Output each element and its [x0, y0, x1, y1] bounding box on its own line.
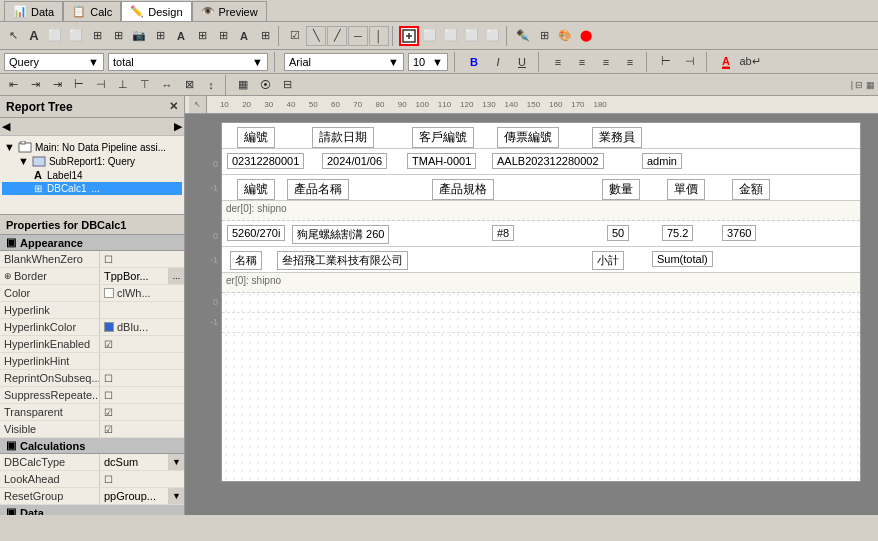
field-prod-code[interactable]: 5260/270i [227, 225, 285, 241]
same-size-btn[interactable]: ↕ [201, 75, 221, 95]
text-tool-btn[interactable]: A [24, 26, 44, 46]
field-chuanpiao[interactable]: 傳票編號 [497, 127, 559, 148]
indent-btn[interactable]: ⊢ [656, 52, 676, 72]
line4-tool-btn[interactable]: │ [369, 26, 389, 46]
prop-suppress-val[interactable]: ☐ [104, 390, 113, 401]
prop-trans-val[interactable]: ☑ [104, 407, 113, 418]
table2-tool-btn[interactable]: ⊞ [108, 26, 128, 46]
align-top-btn[interactable]: ⇤ [3, 75, 23, 95]
tree-nav-left[interactable]: ◀ [2, 120, 10, 133]
outdent-btn[interactable]: ⊣ [680, 52, 700, 72]
align-hleft-btn[interactable]: ⊢ [69, 75, 89, 95]
snap-btn[interactable]: ⦿ [255, 75, 275, 95]
pen-tool-btn[interactable]: ✒️ [513, 26, 533, 46]
same-w-btn[interactable]: ↔ [157, 75, 177, 95]
field-date[interactable]: 2024/01/06 [322, 153, 387, 169]
line3-tool-btn[interactable]: ─ [348, 26, 368, 46]
line-tool-btn[interactable]: ╲ [306, 26, 326, 46]
align-right-btn[interactable]: ≡ [596, 52, 616, 72]
section-data[interactable]: ▣ Data [0, 505, 184, 515]
grid-tool-btn[interactable]: ⊞ [150, 26, 170, 46]
field-qty[interactable]: 50 [607, 225, 629, 241]
table-tool-btn[interactable]: ⊞ [87, 26, 107, 46]
field-chanpin[interactable]: 產品名稱 [287, 179, 349, 200]
field-biaohao[interactable]: 編號 [237, 127, 275, 148]
field-order-num[interactable]: 02312280001 [227, 153, 304, 169]
color-tool-btn[interactable]: 🎨 [555, 26, 575, 46]
field-qingkuan[interactable]: 請款日期 [312, 127, 374, 148]
field-danjia[interactable]: 單價 [667, 179, 705, 200]
align-hcenter-btn[interactable]: ⊣ [91, 75, 111, 95]
field-yewuyuan[interactable]: 業務員 [592, 127, 642, 148]
prop-bwz-val[interactable]: ☐ [104, 254, 113, 265]
field-company[interactable]: 叄招飛工業科技有限公司 [277, 251, 408, 270]
italic-btn[interactable]: I [488, 52, 508, 72]
report-tree-close[interactable]: ✕ [169, 100, 178, 113]
prop-hlenabled-val[interactable]: ☑ [104, 339, 113, 350]
rect-tool-btn[interactable]: ⬜ [45, 26, 65, 46]
align-left-btn[interactable]: ≡ [548, 52, 568, 72]
field-shuliang[interactable]: 數量 [602, 179, 640, 200]
active-tool-btn[interactable] [399, 26, 419, 46]
layout2-tool-btn[interactable]: ⬜ [441, 26, 461, 46]
text-color-btn[interactable]: A [716, 52, 736, 72]
wrap-btn[interactable]: ab↵ [740, 52, 760, 72]
field-guige[interactable]: 產品規格 [432, 179, 494, 200]
prop-resetgroup-btn[interactable]: ▼ [168, 488, 184, 504]
tree-item-subreport[interactable]: ▼ SubReport1: Query [2, 154, 182, 168]
dist-h-btn[interactable]: ⊥ [113, 75, 133, 95]
arrow-tool-btn[interactable]: ↖ [3, 26, 23, 46]
line2-tool-btn[interactable]: ╱ [327, 26, 347, 46]
align-vcenter-btn[interactable]: ⇥ [25, 75, 45, 95]
underline-btn[interactable]: U [512, 52, 532, 72]
field-invoice[interactable]: AALB202312280002 [492, 153, 604, 169]
tree-item-dbcalc1[interactable]: ⊞ DBCalc1 ... [2, 182, 182, 195]
total-dropdown[interactable]: total ▼ [108, 53, 268, 71]
label-tool-btn[interactable]: A [234, 26, 254, 46]
layout-tool-btn[interactable]: ⬜ [420, 26, 440, 46]
prop-visible-val[interactable]: ☑ [104, 424, 113, 435]
section-appearance[interactable]: ▣ Appearance [0, 235, 184, 251]
field-jine[interactable]: 金額 [732, 179, 770, 200]
size-dropdown[interactable]: 10 ▼ [408, 53, 448, 71]
align-center-btn[interactable]: ≡ [572, 52, 592, 72]
tree-nav-right[interactable]: ▶ [174, 120, 182, 133]
tree-item-label14[interactable]: A Label14 [2, 168, 182, 182]
prop-border-btn[interactable]: ... [168, 268, 184, 284]
chart-tool-btn[interactable]: ⊞ [192, 26, 212, 46]
same-h-btn[interactable]: ⊠ [179, 75, 199, 95]
field-price[interactable]: 75.2 [662, 225, 693, 241]
layout3-tool-btn[interactable]: ⬜ [462, 26, 482, 46]
tab-data[interactable]: 📊 Data [4, 1, 63, 21]
prop-border-expand[interactable]: ⊕ [4, 271, 12, 281]
field-staff[interactable]: admin [642, 153, 682, 169]
section-calculations[interactable]: ▣ Calculations [0, 438, 184, 454]
field-mingcheng[interactable]: 名稱 [230, 251, 262, 270]
field-customer[interactable]: TMAH-0001 [407, 153, 476, 169]
field-subtotal[interactable]: 小計 [592, 251, 624, 270]
grid-btn[interactable]: ▦ [233, 75, 253, 95]
table3-tool-btn[interactable]: ⊞ [534, 26, 554, 46]
shape-tool-btn[interactable]: ⊞ [213, 26, 233, 46]
text2-tool-btn[interactable]: A [171, 26, 191, 46]
dist-v-btn[interactable]: ⊤ [135, 75, 155, 95]
pdf-tool-btn[interactable]: ⬤ [576, 26, 596, 46]
ruler-btn[interactable]: ⊟ [277, 75, 297, 95]
field-spec[interactable]: #8 [492, 225, 514, 241]
bold-btn[interactable]: B [464, 52, 484, 72]
tree-item-main[interactable]: ▼ Main: No Data Pipeline assi... [2, 140, 182, 154]
prop-lookahead-val[interactable]: ☐ [104, 474, 113, 485]
field-kehu[interactable]: 客戶編號 [412, 127, 474, 148]
design-canvas[interactable]: 0 -1 0 -1 0 -1 [185, 114, 878, 515]
layout4-tool-btn[interactable]: ⬜ [483, 26, 503, 46]
prop-dbcalctype-btn[interactable]: ▼ [168, 454, 184, 470]
rect2-tool-btn[interactable]: ⬜ [66, 26, 86, 46]
align-justify-btn[interactable]: ≡ [620, 52, 640, 72]
check-tool-btn[interactable]: ☑ [285, 26, 305, 46]
canvas-white[interactable]: 編號 請款日期 客戶編號 傳票編號 業務員 02312280001 2024/0… [221, 122, 861, 482]
tab-calc[interactable]: 📋 Calc [63, 1, 121, 21]
field-tool-btn[interactable]: ⊞ [255, 26, 275, 46]
font-dropdown[interactable]: Arial ▼ [284, 53, 404, 71]
tab-design[interactable]: ✏️ Design [121, 1, 191, 21]
tab-preview[interactable]: 👁️ Preview [192, 1, 267, 21]
